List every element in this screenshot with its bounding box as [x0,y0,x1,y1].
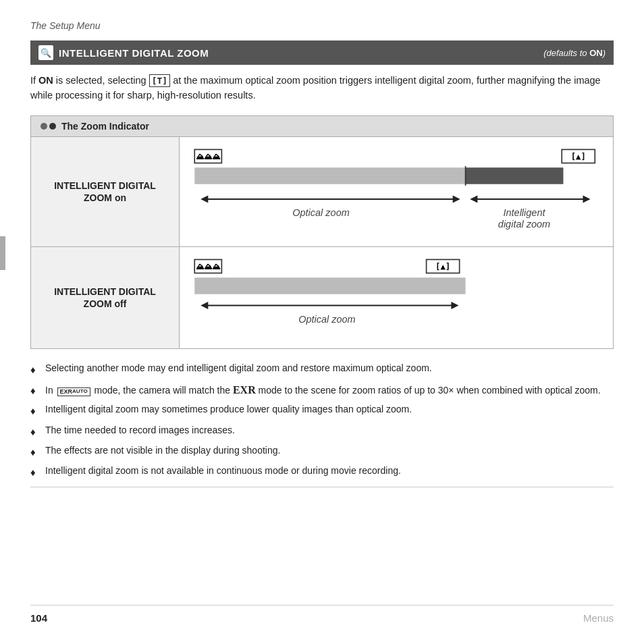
bullet-4-text: The time needed to record images increas… [45,423,235,438]
bullet-1: ♦ Selecting another mode may end intelli… [30,361,614,377]
exr-text: EXR [233,384,256,396]
svg-rect-4 [194,167,465,184]
zoom-row-on: INTELLIGENT DIGITAL ZOOM on ⛰⛰⛰ [▲] [31,137,613,247]
bullet-5: ♦ The effects are not visible in the dis… [30,444,614,460]
svg-text:Intelligent: Intelligent [503,207,545,217]
svg-text:Optical zoom: Optical zoom [298,314,356,325]
diamond-5: ♦ [30,444,40,460]
bullet-1-text: Selecting another mode may end intellige… [45,361,432,376]
zoom-indicator-header: The Zoom Indicator [31,116,613,137]
page-number: 104 [30,612,47,624]
bullet-6: ♦ Intelligent digital zoom is not availa… [30,464,614,480]
page-footer: 104 Menus [30,605,614,624]
off-svg: ⛰⛰⛰ [▲] Optical zoom [193,257,599,340]
off-label-line1: INTELLIGENT DIGITAL [54,286,156,298]
on-label-line1: INTELLIGENT DIGITAL [54,180,156,192]
menus-label: Menus [583,612,614,624]
diamond-3: ♦ [30,403,40,419]
bullet-6-text: Intelligent digital zoom is not availabl… [45,464,401,479]
bullet-4: ♦ The time needed to record images incre… [30,423,614,439]
page-container: The Setup Menu 🔍 INTELLIGENT DIGITAL ZOO… [0,0,644,555]
section-header-left: 🔍 INTELLIGENT DIGITAL ZOOM [38,45,209,60]
bullet-2-text: In EXRAUTO mode, the camera will match t… [45,382,601,399]
zoom-rows: INTELLIGENT DIGITAL ZOOM on ⛰⛰⛰ [▲] [31,137,613,348]
diamond-6: ♦ [30,464,40,480]
svg-text:Optical zoom: Optical zoom [292,207,350,217]
setup-menu-title: The Setup Menu [30,20,614,31]
diamond-2: ♦ [30,383,40,398]
zoom-indicator-box: The Zoom Indicator INTELLIGENT DIGITAL Z… [30,115,614,349]
zoom-icon: 🔍 [38,45,53,60]
dot-grey [41,123,47,130]
svg-rect-20 [194,277,465,294]
svg-text:⛰⛰⛰: ⛰⛰⛰ [196,262,221,271]
section-title: INTELLIGENT DIGITAL ZOOM [59,47,209,59]
on-label-line2: ZOOM on [54,192,156,204]
off-diagram: ⛰⛰⛰ [▲] Optical zoom [180,247,613,349]
zoom-off-label: INTELLIGENT DIGITAL ZOOM off [31,247,180,349]
on-diagram: ⛰⛰⛰ [▲] [180,137,613,246]
bullet-2: ♦ In EXRAUTO mode, the camera will match… [30,382,614,399]
diamond-4: ♦ [30,424,40,439]
zoom-row-off: INTELLIGENT DIGITAL ZOOM off ⛰⛰⛰ [▲] [31,247,613,349]
intro-text: If ON is selected, selecting [T] at the … [30,73,614,103]
on-svg: ⛰⛰⛰ [▲] [193,146,599,237]
off-label-line2: ZOOM off [54,298,156,310]
exr-auto-icon: EXRAUTO [57,387,90,396]
dot-dark [49,123,56,130]
diamond-1: ♦ [30,362,40,377]
svg-text:[▲]: [▲] [435,262,450,271]
indicator-dot [41,123,56,130]
zoom-on-label: INTELLIGENT DIGITAL ZOOM on [31,137,180,246]
svg-text:[▲]: [▲] [571,152,586,161]
bullet-3: ♦ Intelligent digital zoom may sometimes… [30,402,614,419]
svg-text:⛰⛰⛰: ⛰⛰⛰ [196,152,221,161]
svg-rect-5 [466,167,564,184]
section-header: 🔍 INTELLIGENT DIGITAL ZOOM (defaults to … [30,41,614,65]
section-header-right: (defaults to ON) [543,48,606,58]
bullet-5-text: The effects are not visible in the displ… [45,444,280,458]
zoom-indicator-title: The Zoom Indicator [61,121,149,132]
bullet-list: ♦ Selecting another mode may end intelli… [30,361,614,480]
section-divider [30,487,614,487]
svg-text:digital zoom: digital zoom [498,219,550,230]
bullet-3-text: Intelligent digital zoom may sometimes p… [45,402,412,417]
